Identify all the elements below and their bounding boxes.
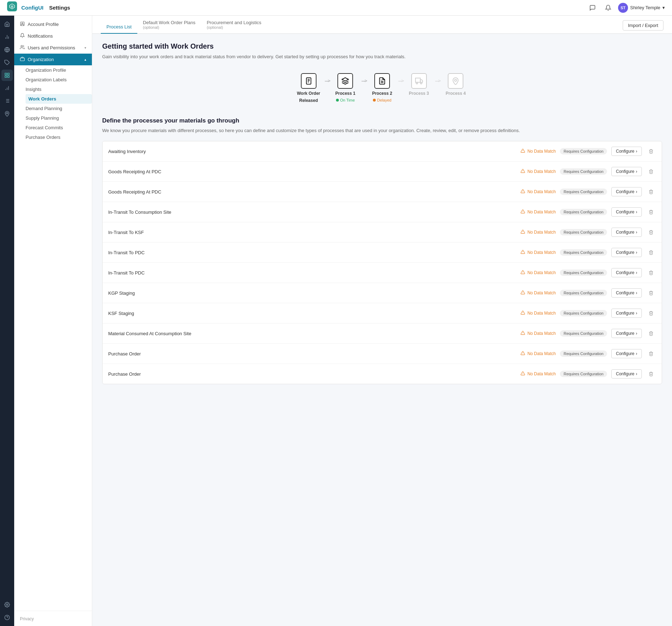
sidebar-sub-org-labels[interactable]: Organization Labels [26, 75, 92, 85]
sidebar-sub-forecast-commits[interactable]: Forecast Commits [26, 123, 92, 132]
user-chevron: ▾ [662, 5, 665, 10]
configure-button[interactable]: Configure › [611, 207, 642, 217]
process-name: KSF Staging [108, 311, 516, 316]
nav-help[interactable] [1, 612, 13, 623]
sidebar-item-notifications[interactable]: Notifications [14, 30, 92, 42]
sidebar-item-account-profile[interactable]: Account Profile [14, 18, 92, 30]
requires-config-badge: Requires Configuration [560, 189, 607, 195]
requires-config-badge: Requires Configuration [560, 148, 607, 154]
no-data-match: No Data Match [520, 351, 556, 356]
nav-settings[interactable] [1, 70, 13, 81]
delete-button[interactable] [646, 247, 656, 257]
process-list-item: KSF Staging No Data Match Requires Confi… [103, 303, 662, 323]
configure-button[interactable]: Configure › [611, 288, 642, 298]
user-menu[interactable]: ST Shirley Temple ▾ [618, 3, 665, 13]
nav-list[interactable] [1, 95, 13, 107]
delete-button[interactable] [646, 167, 656, 176]
no-data-match: No Data Match [520, 371, 556, 377]
svg-rect-33 [415, 78, 420, 82]
nav-analytics[interactable] [1, 31, 13, 43]
brand-name: ConfigUI [21, 5, 43, 11]
process-1-label: Process 1 [335, 91, 356, 96]
privacy-link[interactable]: Privacy [20, 616, 34, 621]
requires-config-badge: Requires Configuration [560, 249, 607, 256]
sidebar-sub-work-orders[interactable]: Work Orders [26, 94, 92, 104]
no-data-match: No Data Match [520, 310, 556, 316]
nav-chart2[interactable] [1, 82, 13, 94]
no-data-match: No Data Match [520, 189, 556, 195]
import-export-button[interactable]: Import / Export [623, 20, 663, 31]
delete-button[interactable] [646, 227, 656, 237]
delete-button[interactable] [646, 187, 656, 197]
svg-marker-34 [420, 80, 422, 82]
configure-button[interactable]: Configure › [611, 187, 642, 196]
process-list-item: Material Consumed At Consumption Site No… [103, 323, 662, 344]
users-permissions-icon [20, 45, 25, 51]
process-icon-2 [374, 73, 390, 89]
tab-procurement-logistics[interactable]: Procurement and Logistics (optional) [201, 16, 267, 34]
organization-sub-menu: Organization Profile Organization Labels… [14, 65, 92, 142]
organization-icon [20, 56, 25, 62]
sidebar-item-users-permissions[interactable]: Users and Permissions ▾ [14, 42, 92, 54]
configure-button[interactable]: Configure › [611, 329, 642, 338]
delete-button[interactable] [646, 328, 656, 338]
sidebar-sub-purchase-orders[interactable]: Purchase Orders [26, 132, 92, 142]
tab-default-work-order-plans[interactable]: Default Work Order Plans (optional) [137, 16, 201, 34]
requires-config-badge: Requires Configuration [560, 371, 607, 377]
nav-settings-gear[interactable] [1, 599, 13, 610]
sidebar-sub-supply-planning[interactable]: Supply Planning [26, 113, 92, 123]
svg-point-37 [455, 79, 457, 81]
configure-chevron-icon: › [636, 149, 637, 154]
app-logo [7, 1, 17, 11]
nav-tag[interactable] [1, 57, 13, 68]
delete-button[interactable] [646, 369, 656, 379]
configure-button[interactable]: Configure › [611, 369, 642, 379]
delete-button[interactable] [646, 308, 656, 318]
delete-button[interactable] [646, 207, 656, 217]
configure-chevron-icon: › [636, 311, 637, 316]
delete-button[interactable] [646, 268, 656, 278]
process-icon-3 [411, 73, 427, 89]
no-data-match: No Data Match [520, 209, 556, 215]
bell-icon[interactable] [602, 2, 614, 13]
svg-point-25 [21, 45, 23, 47]
getting-started-title: Getting started with Work Orders [102, 42, 662, 50]
configure-button[interactable]: Configure › [611, 309, 642, 318]
process-icon-work-order [301, 73, 316, 89]
process-2-status: Delayed [373, 98, 391, 102]
nav-home[interactable] [1, 18, 13, 30]
configure-button[interactable]: Configure › [611, 147, 642, 156]
sidebar-item-organization[interactable]: Organization ▴ [14, 54, 92, 65]
delete-button[interactable] [646, 349, 656, 359]
chat-icon[interactable] [587, 2, 598, 13]
process-list-item: In-Transit To PDC No Data Match Requires… [103, 263, 662, 283]
sidebar-label-organization: Organization [28, 57, 54, 62]
sidebar-sub-org-profile[interactable]: Organization Profile [26, 65, 92, 75]
nav-map[interactable] [1, 108, 13, 119]
process-name: Goods Receipting At PDC [108, 169, 516, 174]
process-name: In-Transit To Consumption Site [108, 209, 516, 215]
configure-chevron-icon: › [636, 290, 637, 295]
configure-button[interactable]: Configure › [611, 228, 642, 237]
configure-button[interactable]: Configure › [611, 349, 642, 358]
warning-icon [520, 189, 525, 195]
delete-button[interactable] [646, 146, 656, 156]
arrow-3: - - - - -> [398, 73, 403, 83]
nav-globe[interactable] [1, 44, 13, 55]
configure-button[interactable]: Configure › [611, 167, 642, 176]
process-list-item: In-Transit To Consumption Site No Data M… [103, 202, 662, 222]
sidebar-sub-insights[interactable]: Insights [26, 85, 92, 94]
tab-process-list[interactable]: Process List [101, 20, 137, 34]
delete-button[interactable] [646, 288, 656, 298]
configure-button[interactable]: Configure › [611, 268, 642, 277]
sidebar-sub-demand-planning[interactable]: Demand Planning [26, 104, 92, 113]
svg-point-20 [6, 604, 8, 605]
process-list-item: Awaiting Inventory No Data Match Require… [103, 141, 662, 162]
process-list-item: In-Transit To KSF No Data Match Requires… [103, 222, 662, 243]
configure-chevron-icon: › [636, 371, 637, 376]
configure-button[interactable]: Configure › [611, 248, 642, 257]
define-processes-title: Define the processes your materials go t… [102, 117, 662, 124]
process-name: Goods Receipting At PDC [108, 189, 516, 195]
define-processes-desc: We know you procure materials with diffe… [102, 127, 662, 134]
process-list-item: Goods Receipting At PDC No Data Match Re… [103, 162, 662, 182]
